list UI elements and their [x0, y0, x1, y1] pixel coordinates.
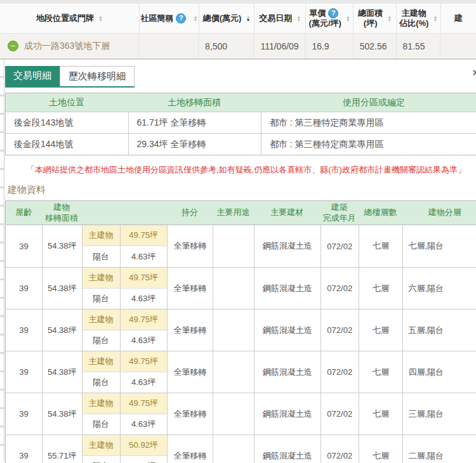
sort-icon[interactable]: ▲▼: [387, 15, 392, 22]
bld-age: 39: [6, 268, 42, 309]
building-row: 39 54.38坪 主建物 49.75坪 陽台 4.63坪 全筆移轉 鋼筋混凝土…: [6, 267, 476, 309]
sort-icon[interactable]: ▲▼: [433, 15, 437, 22]
bld-level: 六層,陽台: [402, 268, 476, 309]
bld-header-level: 建物分層: [402, 201, 476, 225]
help-icon[interactable]: ?: [328, 8, 338, 18]
bld-completed: 072/02: [321, 268, 359, 309]
help-icon[interactable]: ?: [176, 13, 186, 23]
column-label: 交易日期: [259, 13, 292, 23]
sort-icon[interactable]: ▲▼: [193, 15, 197, 22]
bld-completed: 072/02: [321, 310, 359, 351]
bld-completed: 072/02: [321, 225, 359, 267]
bld-level: 四層,陽台: [402, 351, 476, 393]
bld-level: 七層,陽台: [402, 225, 476, 267]
bld-total-area: 54.38坪: [42, 351, 82, 393]
land-location: 後金段144地號: [6, 134, 128, 155]
total-area-cell: 502.56: [353, 34, 396, 58]
bld-header-total-floors: 總樓層數: [359, 201, 403, 225]
bld-material: 鋼筋混凝土造: [254, 225, 321, 267]
bld-share: 全筆移轉: [167, 393, 213, 434]
part-row-main: 主建物 49.75坪: [83, 393, 167, 414]
bld-age: 39: [6, 310, 42, 351]
land-transfer-area: 61.71坪 全筆移轉: [128, 112, 261, 133]
bld-total-area: 54.38坪: [42, 393, 82, 434]
sort-desc-icon[interactable]: ▲▼: [246, 15, 250, 22]
tab-transfer-history[interactable]: 歷次轉移明細: [60, 66, 135, 86]
part-row-balcony: 陽台 4.63坪: [83, 330, 167, 351]
part-name: 陽台: [83, 456, 121, 463]
bld-total-floors: 七層: [359, 393, 403, 434]
summary-table-header: 地段位置或門牌 ▲▼ 社區簡稱 ? ▲▼ 總價(萬元) ▲▼ 交易日期 ▲▼ 單…: [0, 4, 476, 33]
building-table: 屋齡 建物移轉面積 持分 主要用途 主要建材 建築完成年月 總樓層數 建物分層 …: [5, 200, 476, 463]
column-header-location[interactable]: 地段位置或門牌 ▲▼: [0, 4, 139, 33]
part-area: 4.79坪: [121, 456, 167, 463]
column-header-total-price[interactable]: 總價(萬元) ▲▼: [199, 4, 254, 33]
bld-parts: 主建物 50.92坪 陽台 4.79坪: [82, 435, 167, 463]
part-name: 陽台: [83, 246, 121, 267]
bld-header-age: 屋齡: [6, 201, 42, 225]
land-header-location: 土地位置: [6, 93, 128, 112]
bld-total-floors: 七層: [359, 435, 403, 463]
part-row-balcony: 陽台 4.63坪: [83, 414, 167, 435]
sort-icon[interactable]: ▲▼: [296, 15, 301, 22]
bld-total-floors: 七層: [359, 351, 403, 393]
building-row: 39 54.38坪 主建物 49.75坪 陽台 4.63坪 全筆移轉 鋼筋混凝土…: [6, 393, 476, 434]
column-header-main-building-ratio[interactable]: 主建物 佔比(%) ▲▼: [396, 4, 440, 33]
part-name: 主建物: [83, 393, 121, 414]
panel-left-scrollbar[interactable]: [0, 60, 4, 462]
part-area: 4.63坪: [121, 372, 167, 393]
land-row: 後金段143地號 61.71坪 全筆移轉 都市 : 第三種特定商業專用區: [6, 112, 476, 133]
bld-parts: 主建物 49.75坪 陽台 4.63坪: [82, 268, 167, 309]
column-label: 總面積 (坪): [358, 8, 383, 29]
column-header-unit-price[interactable]: 單價? (萬元/坪) ▲▼: [305, 4, 353, 33]
detail-panel: ✕ 交易明細 歷次轉移明細 土地位置 土地移轉面積 使用分區或編定 後金段143…: [0, 59, 476, 462]
sort-icon[interactable]: ▲▼: [346, 15, 350, 22]
detail-tabs: 交易明細 歷次轉移明細: [5, 66, 135, 88]
column-header-date[interactable]: 交易日期 ▲▼: [254, 4, 305, 33]
bld-header-completed: 建築完成年月: [321, 201, 359, 225]
address-cell: − 成功一路363號地下層: [0, 34, 138, 58]
bld-material: 鋼筋混凝土造: [254, 435, 321, 463]
part-area: 49.75坪: [121, 351, 167, 372]
bld-total-floors: 七層: [359, 225, 403, 267]
bld-level: 五層,陽台: [402, 310, 476, 351]
bld-material: 鋼筋混凝土造: [254, 310, 321, 351]
bld-level: 二層,陽台: [402, 435, 476, 463]
part-area: 4.63坪: [121, 414, 167, 435]
building-row: 39 55.71坪 主建物 50.92坪 陽台 4.79坪 全筆移轉 鋼筋混凝土…: [6, 434, 476, 463]
land-transfer-area: 29.34坪 全筆移轉: [128, 134, 261, 155]
land-zoning: 都市 : 第三種特定商業專用區: [261, 112, 476, 133]
tab-transaction-details[interactable]: 交易明細: [5, 66, 60, 86]
part-name: 陽台: [83, 330, 121, 351]
part-name: 陽台: [83, 414, 121, 435]
column-header-total-area[interactable]: 總面積 (坪) ▲▼: [353, 4, 396, 33]
part-name: 主建物: [83, 310, 121, 330]
close-icon[interactable]: ✕: [472, 67, 476, 79]
bld-completed: 072/02: [321, 435, 359, 463]
community-cell: [138, 34, 198, 58]
part-name: 主建物: [83, 268, 121, 288]
bld-total-area: 55.71坪: [42, 435, 82, 463]
date-cell: 111/06/09: [253, 34, 305, 58]
column-header-community[interactable]: 社區簡稱 ? ▲▼: [139, 4, 199, 33]
column-label: 總價(萬元): [203, 13, 242, 23]
bld-share: 全筆移轉: [167, 310, 213, 351]
part-row-balcony: 陽台 4.63坪: [83, 289, 167, 310]
building-row: 39 54.38坪 主建物 49.75坪 陽台 4.63坪 全筆移轉 鋼筋混凝土…: [6, 351, 476, 393]
zoning-disclaimer: 「本網站提供之都市地區土地使用分區資訊僅供參考,如有疑義,仍應以各直轄市、縣(市…: [5, 164, 476, 176]
part-area: 4.63坪: [121, 289, 167, 310]
part-name: 主建物: [83, 225, 121, 245]
address-text: 成功一路363號地下層: [24, 41, 110, 52]
bld-header-transfer-area: 建物移轉面積: [42, 201, 82, 225]
bld-age: 39: [6, 225, 42, 267]
bld-material: 鋼筋混凝土造: [254, 393, 321, 434]
summary-row[interactable]: − 成功一路363號地下層 8,500 111/06/09 16.9 502.5…: [0, 33, 476, 59]
bld-main-use: [213, 268, 254, 309]
bld-total-area: 54.38坪: [42, 225, 82, 267]
sort-icon[interactable]: ▲▼: [98, 15, 103, 22]
collapse-row-icon[interactable]: −: [8, 41, 18, 51]
building-row: 39 54.38坪 主建物 49.75坪 陽台 4.63坪 全筆移轉 鋼筋混凝土…: [6, 309, 476, 351]
bld-main-use: [213, 310, 254, 351]
bld-share: 全筆移轉: [167, 351, 213, 393]
part-name: 主建物: [83, 435, 121, 455]
